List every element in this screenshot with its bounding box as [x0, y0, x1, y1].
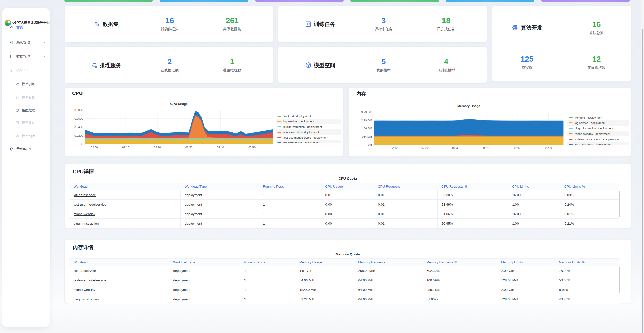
legend-marker-icon — [569, 133, 573, 134]
stat-card-title-text: 算法开发 — [521, 24, 542, 31]
sidebar-item-data-management[interactable]: 数据管理 — [2, 53, 50, 60]
sidebar-item-label: 模型评估 — [22, 120, 35, 125]
legend-label: frontend - deployment — [283, 115, 311, 118]
sidebar-item-model-training[interactable]: 模型训练 — [2, 81, 50, 88]
panel-title: 内存 — [356, 91, 366, 97]
table-scrollbar-thumb[interactable] — [619, 191, 620, 217]
quota-table: WorkloadWorkload TypeRunning PodsCPU Usa… — [69, 183, 619, 228]
workload-link[interactable]: test-usermodelservice — [74, 278, 106, 282]
table-cell: test-usermodelservice — [69, 275, 169, 285]
stat-label: 在线推理数 — [161, 68, 179, 73]
legend-marker-icon — [277, 116, 281, 117]
column-header-memory-requests: Memory Requests % — [422, 259, 497, 266]
workload-link[interactable]: test-usermodelservice — [74, 203, 106, 206]
svg-text:0 B: 0 B — [368, 143, 372, 146]
sidebar-item-cloud-cgpt[interactable]: 云创cGPT — [2, 146, 50, 152]
legend-item-rclone-webdav-deployment[interactable]: rclone-webdav - deployment — [276, 129, 341, 135]
sidebar-item-model-evaluation[interactable]: 模型评估 — [2, 119, 50, 126]
table-cell: 64.06 MiB — [295, 275, 354, 285]
sidebar-item-home[interactable]: 首页 — [2, 24, 50, 31]
svg-text:3.73 GiB: 3.73 GiB — [361, 111, 372, 114]
sidebar-item-label: 模型工厂 — [16, 68, 30, 72]
series-log-service-deployment — [374, 137, 563, 145]
stat-value: 3 — [382, 16, 386, 25]
legend-item-frontend-deployment[interactable]: frontend - deployment — [276, 113, 341, 119]
chart-panel-cpu: CPU00.02000.04000.06000.080002:0002:1002… — [64, 87, 343, 157]
legend-item-plugin-instruction-deployment[interactable]: plugin-instruction - deployment — [276, 124, 341, 129]
workload-link[interactable]: xltl-dataservice — [74, 269, 96, 273]
legend-marker-icon — [277, 137, 281, 138]
stat-label: 我的数据集 — [161, 27, 179, 32]
partial-card — [64, 0, 153, 2]
stat-value: 261 — [226, 16, 239, 25]
stat-value: 5 — [382, 58, 386, 66]
sidebar-item-model-factory[interactable]: 模型工厂 — [2, 67, 50, 73]
table-cell: 1 — [259, 200, 321, 209]
sidebar-item-model-inference[interactable]: 模型推理 — [2, 107, 50, 114]
sidebar-item-model-conversion[interactable]: 模型转换 — [2, 94, 50, 101]
stat-: 16算法总数 — [589, 20, 604, 35]
table-cell: 1 — [259, 219, 321, 228]
legend-item-log-service-deployment[interactable]: log-service - deployment — [567, 120, 629, 126]
table-scrollbar-thumb[interactable] — [619, 267, 620, 293]
legend-item-log-service-deployment[interactable]: log-service - deployment — [276, 119, 341, 124]
evaluate-icon — [15, 121, 19, 125]
legend-item-test-usermodelservice-deployment[interactable]: test-usermodelservice - deployment — [567, 136, 629, 142]
legend-item-plugin-instruction-deployment[interactable]: plugin-instruction - deployment — [567, 126, 629, 131]
factory-icon — [10, 68, 14, 72]
workload-link[interactable]: xltl-dataservice — [74, 193, 96, 197]
sidebar-item-label: 系统管理 — [16, 40, 30, 45]
table-title: Memory Quota — [65, 252, 631, 256]
svg-text:0.0600: 0.0600 — [74, 117, 83, 120]
stat-label: 共享数据集 — [223, 27, 241, 32]
column-header-memory-usage: Memory Usage — [295, 259, 354, 266]
sidebar-item-label: 模型推理 — [22, 108, 35, 113]
table-cell: 0.01 — [374, 190, 437, 200]
svg-text:02:30: 02:30 — [185, 146, 193, 149]
sidebar-item-model-list[interactable]: 模型列表 — [2, 133, 50, 139]
stat-: 16我的数据集 — [161, 16, 179, 32]
table-cell: 64.00 MiB — [354, 294, 422, 304]
table-cell: 52.30% — [437, 190, 508, 200]
partial-card — [255, 0, 344, 2]
table-row: test-usermodelservicedeployment164.06 Mi… — [69, 275, 619, 285]
section-memory-details: 内存详情Memory QuotaWorkloadWorkload TypeRun… — [64, 240, 631, 303]
table-title: CPU Quota — [65, 177, 631, 180]
sidebar-item-label: 数据管理 — [16, 54, 30, 59]
sidebar-item-label: 云创cGPT — [16, 147, 32, 151]
stat-value: 2 — [168, 58, 172, 66]
workload-link[interactable]: rclone-webdav — [74, 288, 95, 292]
sidebar-item-label: 模型训练 — [22, 82, 35, 87]
legend-item-frontend-deployment[interactable]: frontend - deployment — [567, 115, 629, 120]
table-cell: 1 — [240, 285, 295, 294]
gear-icon — [10, 41, 14, 44]
table-cell: 128.00 MiB — [497, 275, 555, 285]
table-cell: test-usermodelservice — [69, 200, 180, 209]
dataset-icon — [94, 21, 100, 27]
stat-card-dataset: 数据集16我的数据集261共享数据集 — [64, 6, 273, 42]
sidebar-item-system-management[interactable]: 系统管理 — [2, 39, 50, 46]
table-cell: 0.01 — [374, 200, 437, 209]
legend-item-xltl-dataservice-deployment[interactable]: xltl-dataservice - deployment — [276, 140, 341, 143]
page-scrollbar-thumb[interactable] — [642, 29, 643, 333]
legend-item-rclone-webdav-deployment[interactable]: rclone-webdav - deployment — [567, 131, 629, 136]
column-header-workload-type: Workload Type — [180, 183, 259, 190]
stat-: 2在线推理数 — [161, 58, 179, 73]
stat-label: 批量推理数 — [223, 68, 241, 73]
legend-marker-icon — [569, 117, 573, 118]
table-cell: 0.00 — [321, 200, 374, 209]
workload-link[interactable]: plugin-instruction — [74, 222, 99, 225]
workload-link[interactable]: plugin-instruction — [74, 297, 99, 301]
table-row: plugin-instructiondeployment152.22 MiB64… — [69, 294, 619, 304]
chart-title: CPU Usage — [170, 102, 187, 106]
workload-link[interactable]: rclone-webdav — [74, 212, 95, 216]
stat-: 5我的模型 — [376, 58, 391, 73]
legend-item-test-usermodelservice-deployment[interactable]: test-usermodelservice - deployment — [276, 135, 341, 140]
table-cell: plugin-instruction — [69, 219, 180, 228]
section-title: 内存详情 — [73, 244, 93, 251]
svg-text:02:50: 02:50 — [514, 146, 521, 149]
table-cell: 21.06% — [437, 209, 508, 219]
legend-item-xltl-dataservice-deployment[interactable]: xltl-dataservice - deployment — [567, 142, 629, 145]
stat-value: 1 — [230, 58, 234, 66]
legend-marker-icon — [277, 121, 281, 122]
